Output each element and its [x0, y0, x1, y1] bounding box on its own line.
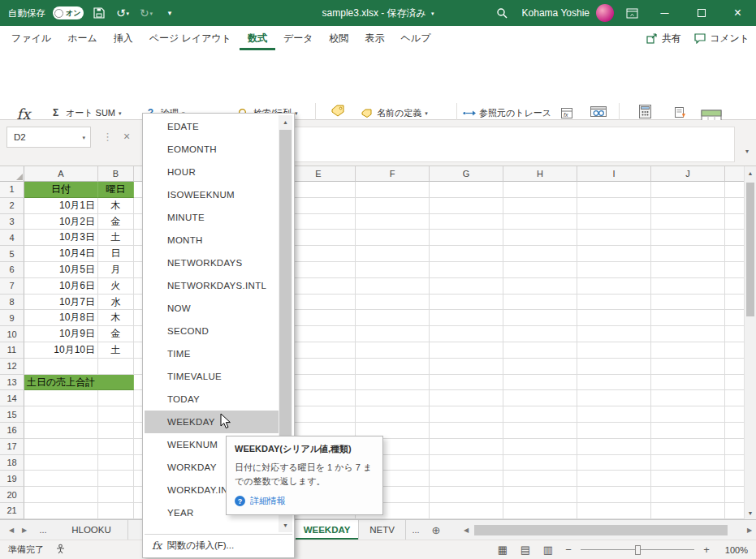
- cell-A4[interactable]: 10月3日: [24, 230, 98, 246]
- vertical-scrollbar[interactable]: ▲ ▼: [744, 166, 756, 519]
- expand-formula-bar-icon[interactable]: ▾: [745, 148, 749, 155]
- menu-item-MINUTE[interactable]: MINUTE: [145, 206, 279, 229]
- menu-item-SECOND[interactable]: SECOND: [145, 320, 279, 342]
- user-name[interactable]: Kohama Yoshie: [522, 7, 590, 19]
- page-layout-view-button[interactable]: ▤: [517, 544, 534, 556]
- cell-F9[interactable]: [356, 310, 430, 326]
- trace-precedents-button[interactable]: 参照元のトレース: [460, 104, 554, 122]
- cell-I5[interactable]: [577, 246, 651, 262]
- hscroll-left-icon[interactable]: ◀: [460, 521, 473, 540]
- cell-J17[interactable]: [651, 439, 725, 455]
- cell-G15[interactable]: [430, 406, 503, 423]
- menu-item-YEARFRAC[interactable]: YEARFRAC: [145, 524, 279, 532]
- cell-F5[interactable]: [356, 246, 430, 262]
- cell-F14[interactable]: [356, 390, 430, 406]
- save-icon[interactable]: [91, 4, 107, 22]
- cell-F12[interactable]: [356, 359, 430, 375]
- menu-item-ISOWEEKNUM[interactable]: ISOWEEKNUM: [145, 183, 279, 206]
- row-header-15[interactable]: 15: [0, 406, 24, 423]
- cell-A7[interactable]: 10月6日: [24, 278, 98, 295]
- menu-item-EDATE[interactable]: EDATE: [145, 115, 279, 138]
- ribbon-tab-ファイル[interactable]: ファイル: [3, 26, 59, 50]
- accessibility-icon[interactable]: [55, 544, 66, 556]
- cell-G5[interactable]: [430, 246, 503, 262]
- row-header-17[interactable]: 17: [0, 439, 24, 455]
- row-header-1[interactable]: 1: [0, 182, 24, 198]
- cell-H9[interactable]: [503, 310, 577, 326]
- cell-G13[interactable]: [430, 375, 503, 391]
- cell-B6[interactable]: 月: [98, 262, 134, 278]
- ribbon-tab-数式[interactable]: 数式: [240, 26, 275, 50]
- cell-J20[interactable]: [651, 487, 725, 503]
- menu-item-NETWORKDAYS.INTL[interactable]: NETWORKDAYS.INTL: [145, 274, 279, 297]
- cell-A9[interactable]: 10月8日: [24, 310, 98, 326]
- cell-G21[interactable]: [430, 503, 503, 519]
- row-header-6[interactable]: 6: [0, 262, 24, 278]
- cell-J7[interactable]: [651, 278, 725, 295]
- cell-H16[interactable]: [503, 423, 577, 439]
- formula-bar-resizer[interactable]: ⋮: [102, 131, 113, 143]
- cell-A6[interactable]: 10月5日: [24, 262, 98, 278]
- row-header-2[interactable]: 2: [0, 198, 24, 214]
- cell-H17[interactable]: [503, 439, 577, 455]
- row-header-20[interactable]: 20: [0, 487, 24, 503]
- share-button[interactable]: 共有: [646, 32, 681, 45]
- column-header-H[interactable]: H: [503, 166, 577, 182]
- cell-H19[interactable]: [503, 471, 577, 487]
- cell-J2[interactable]: [651, 198, 725, 214]
- cell-B8[interactable]: 水: [98, 295, 134, 311]
- autosave-toggle[interactable]: オン: [53, 6, 84, 19]
- cell-I19[interactable]: [577, 471, 651, 487]
- row-header-9[interactable]: 9: [0, 310, 24, 326]
- cell-A20[interactable]: [24, 487, 98, 503]
- cell-F7[interactable]: [356, 278, 430, 295]
- cell-F15[interactable]: [356, 406, 430, 423]
- cell-F1[interactable]: [356, 182, 430, 198]
- row-header-10[interactable]: 10: [0, 326, 24, 342]
- ribbon-tab-挿入[interactable]: 挿入: [106, 26, 141, 50]
- cell-J3[interactable]: [651, 214, 725, 230]
- cell-H11[interactable]: [503, 342, 577, 359]
- cell-J11[interactable]: [651, 342, 725, 359]
- cell-I17[interactable]: [577, 439, 651, 455]
- cell-G17[interactable]: [430, 439, 503, 455]
- row-header-14[interactable]: 14: [0, 390, 24, 406]
- calculate-now-button[interactable]: [671, 104, 689, 122]
- cell-H14[interactable]: [503, 390, 577, 406]
- cell-G2[interactable]: [430, 198, 503, 214]
- menu-item-EOMONTH[interactable]: EOMONTH: [145, 138, 279, 161]
- cell-G18[interactable]: [430, 455, 503, 471]
- cell-I16[interactable]: [577, 423, 651, 439]
- tab-overflow-right-button[interactable]: ...: [406, 520, 426, 540]
- cell-A17[interactable]: [24, 439, 98, 455]
- cell-B4[interactable]: 土: [98, 230, 134, 246]
- menu-item-MONTH[interactable]: MONTH: [145, 229, 279, 252]
- cell-G4[interactable]: [430, 230, 503, 246]
- menu-item-NOW[interactable]: NOW: [145, 297, 279, 320]
- row-header-18[interactable]: 18: [0, 455, 24, 471]
- vertical-scroll-thumb[interactable]: [746, 183, 754, 316]
- cell-B13[interactable]: [98, 375, 134, 391]
- cell-I14[interactable]: [577, 390, 651, 406]
- cell-I18[interactable]: [577, 455, 651, 471]
- select-all-corner[interactable]: [0, 166, 24, 182]
- maximize-button[interactable]: [683, 0, 719, 26]
- ribbon-display-options-icon[interactable]: [624, 4, 640, 22]
- cell-J4[interactable]: [651, 230, 725, 246]
- zoom-slider-thumb[interactable]: [635, 545, 641, 555]
- cell-A10[interactable]: 10月9日: [24, 326, 98, 342]
- scroll-down-icon[interactable]: ▼: [745, 506, 756, 519]
- ribbon-tab-ヘルプ[interactable]: ヘルプ: [393, 26, 439, 50]
- normal-view-button[interactable]: ▦: [495, 544, 511, 556]
- cell-A13[interactable]: 土日の売上合計: [24, 375, 98, 391]
- cell-J21[interactable]: [651, 503, 725, 519]
- column-header-J[interactable]: J: [651, 166, 725, 182]
- cell-G6[interactable]: [430, 262, 503, 278]
- cell-A18[interactable]: [24, 455, 98, 471]
- user-avatar[interactable]: [596, 4, 614, 22]
- redo-dropdown-icon[interactable]: ▾: [150, 11, 153, 16]
- cell-H18[interactable]: [503, 455, 577, 471]
- sheet-nav-right-icon[interactable]: ▶: [18, 520, 31, 540]
- menu-item-NETWORKDAYS[interactable]: NETWORKDAYS: [145, 252, 279, 274]
- scroll-up-icon[interactable]: ▲: [745, 166, 756, 179]
